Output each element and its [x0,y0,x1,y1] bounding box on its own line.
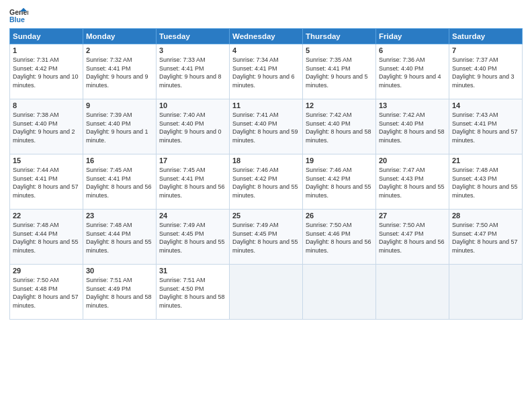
logo-icon: General Blue [9,7,28,26]
calendar-cell: 12Sunrise: 7:42 AMSunset: 4:40 PMDayligh… [303,99,376,154]
day-number: 12 [306,101,373,109]
svg-text:Blue: Blue [9,15,25,24]
calendar-table: SundayMondayTuesdayWednesdayThursdayFrid… [9,28,523,320]
calendar-cell: 25Sunrise: 7:49 AMSunset: 4:45 PMDayligh… [230,210,303,265]
calendar-cell: 6Sunrise: 7:36 AMSunset: 4:40 PMDaylight… [376,44,449,99]
cell-text: Sunrise: 7:51 AMSunset: 4:50 PMDaylight:… [159,277,225,309]
calendar-cell: 24Sunrise: 7:49 AMSunset: 4:45 PMDayligh… [157,210,230,265]
day-number: 15 [13,156,80,165]
dow-header: Thursday [303,29,376,44]
cell-text: Sunrise: 7:49 AMSunset: 4:45 PMDaylight:… [159,222,225,254]
calendar-cell: 10Sunrise: 7:40 AMSunset: 4:40 PMDayligh… [157,99,230,154]
cell-text: Sunrise: 7:47 AMSunset: 4:43 PMDaylight:… [379,167,445,199]
day-number: 1 [13,46,80,54]
day-number: 14 [452,101,519,109]
cell-text: Sunrise: 7:37 AMSunset: 4:40 PMDaylight:… [452,56,515,89]
cell-text: Sunrise: 7:50 AMSunset: 4:47 PMDaylight:… [452,222,518,254]
day-number: 17 [159,156,226,165]
dow-header: Friday [376,29,449,44]
day-number: 22 [13,212,80,220]
dow-header: Monday [83,29,157,44]
calendar-cell: 16Sunrise: 7:45 AMSunset: 4:41 PMDayligh… [83,154,157,210]
cell-text: Sunrise: 7:32 AMSunset: 4:41 PMDaylight:… [86,56,148,89]
calendar-cell: 21Sunrise: 7:48 AMSunset: 4:43 PMDayligh… [449,154,523,210]
dow-header: Saturday [449,29,523,44]
calendar-cell: 3Sunrise: 7:33 AMSunset: 4:41 PMDaylight… [157,44,230,99]
day-number: 23 [86,212,153,220]
cell-text: Sunrise: 7:42 AMSunset: 4:40 PMDaylight:… [379,111,445,144]
cell-text: Sunrise: 7:44 AMSunset: 4:41 PMDaylight:… [13,167,79,199]
cell-text: Sunrise: 7:48 AMSunset: 4:44 PMDaylight:… [86,222,152,254]
day-number: 11 [232,101,300,109]
cell-text: Sunrise: 7:38 AMSunset: 4:40 PMDaylight:… [13,111,75,144]
calendar-body: 1Sunrise: 7:31 AMSunset: 4:42 PMDaylight… [10,44,523,320]
calendar-cell: 20Sunrise: 7:47 AMSunset: 4:43 PMDayligh… [376,154,449,210]
dow-header: Wednesday [230,29,303,44]
cell-text: Sunrise: 7:46 AMSunset: 4:42 PMDaylight:… [232,167,298,199]
calendar-cell: 27Sunrise: 7:50 AMSunset: 4:47 PMDayligh… [376,210,449,265]
calendar-cell [376,265,449,320]
day-number: 5 [306,46,373,54]
calendar-cell [303,265,376,320]
cell-text: Sunrise: 7:45 AMSunset: 4:41 PMDaylight:… [86,167,152,199]
day-number: 24 [159,212,226,220]
dow-header: Sunday [10,29,83,44]
calendar-cell: 9Sunrise: 7:39 AMSunset: 4:40 PMDaylight… [83,99,157,154]
cell-text: Sunrise: 7:46 AMSunset: 4:42 PMDaylight:… [306,167,371,199]
calendar-cell: 19Sunrise: 7:46 AMSunset: 4:42 PMDayligh… [303,154,376,210]
calendar-cell: 18Sunrise: 7:46 AMSunset: 4:42 PMDayligh… [230,154,303,210]
day-number: 10 [159,101,226,109]
calendar-cell: 8Sunrise: 7:38 AMSunset: 4:40 PMDaylight… [10,99,83,154]
day-number: 16 [86,156,153,165]
days-of-week-row: SundayMondayTuesdayWednesdayThursdayFrid… [10,29,523,44]
day-number: 13 [379,101,446,109]
cell-text: Sunrise: 7:48 AMSunset: 4:44 PMDaylight:… [13,222,79,254]
calendar-cell: 15Sunrise: 7:44 AMSunset: 4:41 PMDayligh… [10,154,83,210]
calendar-cell: 4Sunrise: 7:34 AMSunset: 4:41 PMDaylight… [230,44,303,99]
day-number: 7 [452,46,519,54]
calendar-week-row: 15Sunrise: 7:44 AMSunset: 4:41 PMDayligh… [10,154,523,210]
day-number: 6 [379,46,446,54]
day-number: 31 [159,267,226,275]
cell-text: Sunrise: 7:51 AMSunset: 4:49 PMDaylight:… [86,277,152,309]
calendar-cell: 28Sunrise: 7:50 AMSunset: 4:47 PMDayligh… [449,210,523,265]
calendar-cell: 22Sunrise: 7:48 AMSunset: 4:44 PMDayligh… [10,210,83,265]
day-number: 19 [306,156,373,165]
cell-text: Sunrise: 7:42 AMSunset: 4:40 PMDaylight:… [306,111,371,144]
calendar-week-row: 29Sunrise: 7:50 AMSunset: 4:48 PMDayligh… [10,265,523,320]
calendar-cell: 1Sunrise: 7:31 AMSunset: 4:42 PMDaylight… [10,44,83,99]
calendar-cell [230,265,303,320]
cell-text: Sunrise: 7:31 AMSunset: 4:42 PMDaylight:… [13,56,79,89]
cell-text: Sunrise: 7:40 AMSunset: 4:40 PMDaylight:… [159,111,222,144]
day-number: 20 [379,156,446,165]
calendar-cell: 23Sunrise: 7:48 AMSunset: 4:44 PMDayligh… [83,210,157,265]
day-number: 26 [306,212,373,220]
day-number: 27 [379,212,446,220]
cell-text: Sunrise: 7:50 AMSunset: 4:47 PMDaylight:… [379,222,445,254]
calendar-cell: 29Sunrise: 7:50 AMSunset: 4:48 PMDayligh… [10,265,83,320]
cell-text: Sunrise: 7:50 AMSunset: 4:48 PMDaylight:… [13,277,79,309]
day-number: 28 [452,212,519,220]
day-number: 25 [232,212,300,220]
day-number: 29 [13,267,80,275]
calendar-week-row: 8Sunrise: 7:38 AMSunset: 4:40 PMDaylight… [10,99,523,154]
calendar-cell: 2Sunrise: 7:32 AMSunset: 4:41 PMDaylight… [83,44,157,99]
calendar-week-row: 1Sunrise: 7:31 AMSunset: 4:42 PMDaylight… [10,44,523,99]
cell-text: Sunrise: 7:36 AMSunset: 4:40 PMDaylight:… [379,56,441,89]
cell-text: Sunrise: 7:41 AMSunset: 4:40 PMDaylight:… [232,111,298,144]
cell-text: Sunrise: 7:49 AMSunset: 4:45 PMDaylight:… [232,222,298,254]
day-number: 3 [159,46,226,54]
cell-text: Sunrise: 7:50 AMSunset: 4:46 PMDaylight:… [306,222,371,254]
calendar-cell: 11Sunrise: 7:41 AMSunset: 4:40 PMDayligh… [230,99,303,154]
day-number: 9 [86,101,153,109]
calendar-cell: 5Sunrise: 7:35 AMSunset: 4:41 PMDaylight… [303,44,376,99]
logo: General Blue [9,7,31,26]
day-number: 2 [86,46,153,54]
day-number: 18 [232,156,300,165]
calendar-cell [449,265,523,320]
day-number: 8 [13,101,80,109]
calendar-cell: 31Sunrise: 7:51 AMSunset: 4:50 PMDayligh… [157,265,230,320]
cell-text: Sunrise: 7:45 AMSunset: 4:41 PMDaylight:… [159,167,225,199]
cell-text: Sunrise: 7:35 AMSunset: 4:41 PMDaylight:… [306,56,368,89]
cell-text: Sunrise: 7:39 AMSunset: 4:40 PMDaylight:… [86,111,148,144]
